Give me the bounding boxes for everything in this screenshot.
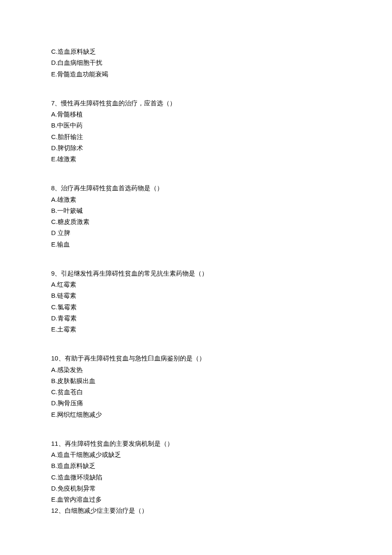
option-text: C.贫血苍白 <box>51 386 341 398</box>
option-text: B.造血原料缺乏 <box>51 460 341 471</box>
option-text: E.血管内溶血过多 <box>51 494 341 505</box>
option-text: C.造血微环境缺陷 <box>51 472 341 483</box>
option-text: A.骨髓移植 <box>51 109 341 120</box>
option-text: D.白血病细胞干扰 <box>51 57 341 68</box>
question-stem: 9、引起继发性再生障碍性贫血的常见抗生素药物是（） <box>51 268 341 279</box>
option-text: A.感染发热 <box>51 364 341 375</box>
option-text: A.雄激素 <box>51 194 341 205</box>
option-text: E.网织红细胞减少 <box>51 409 341 420</box>
option-text: D.胸骨压痛 <box>51 398 341 409</box>
question-stem: 7、慢性再生障碍性贫血的治疗，应首选（） <box>51 98 341 109</box>
option-text: E.雄激素 <box>51 154 341 165</box>
option-text: A.红霉素 <box>51 279 341 290</box>
option-text: B.皮肤黏膜出血 <box>51 375 341 386</box>
question-stem: 8、治疗再生障碍性贫血首选药物是（） <box>51 183 341 194</box>
question-7: 7、慢性再生障碍性贫血的治疗，应首选（） A.骨髓移植 B.中医中药 C.胎肝输… <box>51 98 341 165</box>
option-text: B.中医中药 <box>51 120 341 131</box>
option-text: D.免疫机制异常 <box>51 483 341 494</box>
option-text: A.造血干细胞减少或缺乏 <box>51 449 341 460</box>
option-text: C.胎肝输注 <box>51 131 341 142</box>
question-11-12: 11、再生障碍性贫血的主要发病机制是（） A.造血干细胞减少或缺乏 B.造血原料… <box>51 438 341 517</box>
option-text: B.链霉素 <box>51 290 341 301</box>
option-text: D.脾切除术 <box>51 142 341 154</box>
question-stem: 10、有助于再生障碍性贫血与急性臼血病鉴别的是（） <box>51 353 341 364</box>
option-text: C.氯霉素 <box>51 302 341 313</box>
option-text: E.骨髓造血功能衰竭 <box>51 69 341 80</box>
option-text: E.输血 <box>51 239 341 250</box>
orphan-options-block: C.造血原料缺乏 D.白血病细胞干扰 E.骨髓造血功能衰竭 <box>51 46 341 80</box>
question-10: 10、有助于再生障碍性贫血与急性臼血病鉴别的是（） A.感染发热 B.皮肤黏膜出… <box>51 353 341 420</box>
question-stem: 12、白细胞减少症主要治疗是（） <box>51 505 341 516</box>
question-stem: 11、再生障碍性贫血的主要发病机制是（） <box>51 438 341 449</box>
option-text: C.造血原料缺乏 <box>51 46 341 57</box>
option-text: B.一叶簌碱 <box>51 205 341 216</box>
question-9: 9、引起继发性再生障碍性贫血的常见抗生素药物是（） A.红霉素 B.链霉素 C.… <box>51 268 341 335</box>
option-text: D 立脾 <box>51 227 341 238</box>
option-text: C.糖皮质激素 <box>51 216 341 227</box>
question-8: 8、治疗再生障碍性贫血首选药物是（） A.雄激素 B.一叶簌碱 C.糖皮质激素 … <box>51 183 341 250</box>
option-text: E.土霉素 <box>51 324 341 335</box>
option-text: D.青霉素 <box>51 313 341 324</box>
